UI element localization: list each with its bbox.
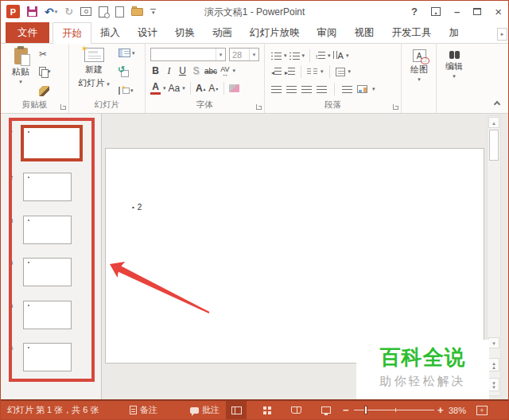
align-left-icon[interactable]	[271, 86, 282, 93]
zoom-slider-thumb[interactable]	[364, 406, 367, 414]
divider	[223, 82, 224, 95]
close-button[interactable]: ×	[495, 5, 502, 18]
scrollbar-thumb[interactable]	[489, 130, 499, 161]
tab-transitions[interactable]: 切换	[166, 22, 204, 43]
scroll-up-button[interactable]: ▴	[488, 117, 499, 128]
print-preview-button[interactable]	[99, 6, 108, 18]
text-shadow-button[interactable]: S	[191, 64, 201, 77]
slide-bullet-text[interactable]: •2	[132, 203, 142, 212]
font-color-button[interactable]: A	[150, 82, 161, 95]
font-dialog-launcher[interactable]	[256, 104, 262, 110]
watermark-overlay: 百科全说 助你轻松解决	[356, 340, 489, 399]
format-painter-button[interactable]	[39, 86, 49, 96]
undo-dropdown-icon: ▾	[55, 9, 58, 15]
grow-font-button[interactable]: A▴	[196, 82, 206, 95]
character-spacing-button[interactable]: AV↔	[220, 66, 229, 76]
zoom-in-button[interactable]: +	[437, 401, 444, 419]
tab-home[interactable]: 开始	[52, 22, 91, 44]
paste-clipboard-icon	[14, 48, 28, 64]
drawing-button[interactable]: A 绘图 ▾	[406, 49, 433, 82]
paste-button[interactable]: 粘贴 ▾	[7, 48, 34, 84]
comments-button[interactable]: 批注	[190, 401, 220, 419]
distribute-icon[interactable]	[342, 86, 352, 93]
collapse-ribbon-button[interactable]	[494, 100, 500, 107]
bullet-text-value: 2	[138, 203, 142, 212]
bullets-icon[interactable]	[271, 52, 282, 60]
clear-formatting-button[interactable]	[229, 84, 239, 92]
align-text-icon[interactable]	[336, 68, 345, 76]
decrease-indent-button[interactable]: ◂	[271, 67, 282, 76]
shrink-font-button[interactable]: A▾	[208, 82, 219, 95]
maximize-button[interactable]	[473, 8, 481, 15]
scroll-down-button[interactable]: ▾	[488, 337, 499, 348]
quick-access-toolbar: P ↶▾ ↻ ▾	[1, 5, 156, 18]
drawing-label: 绘图	[410, 64, 428, 76]
redo-button[interactable]: ↻	[64, 6, 73, 18]
line-spacing-button[interactable]: ↕	[315, 51, 325, 60]
section-button[interactable]: ✶ ▾	[119, 87, 134, 95]
zoom-slider[interactable]	[354, 410, 434, 410]
underline-button[interactable]: U	[177, 64, 188, 77]
tab-view[interactable]: 视图	[346, 22, 383, 43]
ribbon-display-options-button[interactable]: ▴	[431, 7, 441, 16]
notes-button[interactable]: 备注	[130, 401, 157, 419]
drawing-shapes-icon: A	[413, 49, 426, 62]
new-document-button[interactable]	[115, 6, 124, 18]
text-direction-button[interactable]: A	[333, 51, 344, 60]
tab-animations[interactable]: 动画	[204, 22, 241, 43]
paragraph-dialog-launcher[interactable]	[393, 104, 398, 110]
customize-qat-button[interactable]: ▾	[150, 9, 156, 14]
next-slide-button[interactable]: ▾▾	[488, 378, 499, 391]
tab-addins[interactable]: 加	[441, 22, 460, 43]
tab-design[interactable]: 设计	[129, 22, 166, 43]
fit-slide-button[interactable]: +	[476, 401, 488, 419]
open-file-button[interactable]	[131, 8, 143, 16]
tab-developer[interactable]: 开发工具	[383, 22, 441, 43]
clipboard-dialog-launcher[interactable]	[60, 104, 66, 110]
tab-review[interactable]: 审阅	[309, 22, 346, 43]
previous-slide-button[interactable]: ▴▴	[488, 358, 499, 371]
new-document-icon	[115, 6, 124, 18]
justify-icon[interactable]	[317, 86, 327, 93]
normal-view-button[interactable]	[226, 401, 247, 419]
status-bar: 幻灯片 第 1 张，共 6 张 备注 批注 − + 38% +	[1, 399, 508, 419]
strikethrough-button[interactable]: abc	[204, 64, 217, 77]
align-right-icon[interactable]	[301, 86, 312, 93]
slideshow-view-button[interactable]	[316, 401, 336, 419]
chevron-down-icon: ▾	[321, 69, 324, 74]
cut-button[interactable]: ✂	[39, 49, 47, 60]
tab-slideshow[interactable]: 幻灯片放映	[241, 22, 309, 43]
font-name-combobox[interactable]: ▾	[150, 48, 226, 61]
new-slide-button[interactable]: ✶ 新建 幻灯片 ▾	[76, 48, 112, 89]
powerpoint-app-icon[interactable]: P	[6, 5, 20, 18]
numbering-icon[interactable]	[289, 52, 300, 60]
tab-scroll-button[interactable]: ▸	[497, 28, 507, 41]
smartart-convert-icon[interactable]	[357, 85, 367, 93]
star-icon: ✶	[81, 44, 88, 54]
italic-button[interactable]: I	[164, 64, 174, 77]
slide-layout-button[interactable]: ▾	[119, 49, 135, 57]
tab-insert[interactable]: 插入	[91, 22, 129, 43]
bold-button[interactable]: B	[150, 64, 161, 77]
undo-button[interactable]: ↶▾	[45, 6, 57, 18]
help-button[interactable]: ?	[411, 6, 418, 18]
start-slideshow-button[interactable]	[80, 7, 91, 16]
reading-view-button[interactable]	[286, 401, 306, 419]
editing-button[interactable]: 编辑 ▾	[441, 51, 468, 79]
align-center-icon[interactable]	[286, 86, 297, 93]
divider	[334, 83, 335, 95]
reset-slide-button[interactable]: ↺	[119, 67, 129, 77]
slide-editing-canvas[interactable]: •2	[105, 148, 484, 364]
zoom-level[interactable]: 38%	[449, 401, 466, 419]
zoom-out-button[interactable]: −	[343, 401, 349, 419]
save-button[interactable]	[27, 6, 37, 17]
columns-icon[interactable]	[307, 68, 317, 76]
tab-file[interactable]: 文件	[6, 22, 49, 43]
font-size-combobox[interactable]: 28 ▾	[229, 48, 259, 61]
slide-sorter-view-button[interactable]	[257, 401, 278, 419]
reset-icon: ↺	[119, 67, 129, 77]
minimize-button[interactable]: –	[454, 6, 460, 18]
copy-button[interactable]: ▾	[39, 67, 51, 76]
increase-indent-button[interactable]: ▸	[285, 67, 295, 76]
change-case-button[interactable]: Aa	[169, 82, 181, 95]
